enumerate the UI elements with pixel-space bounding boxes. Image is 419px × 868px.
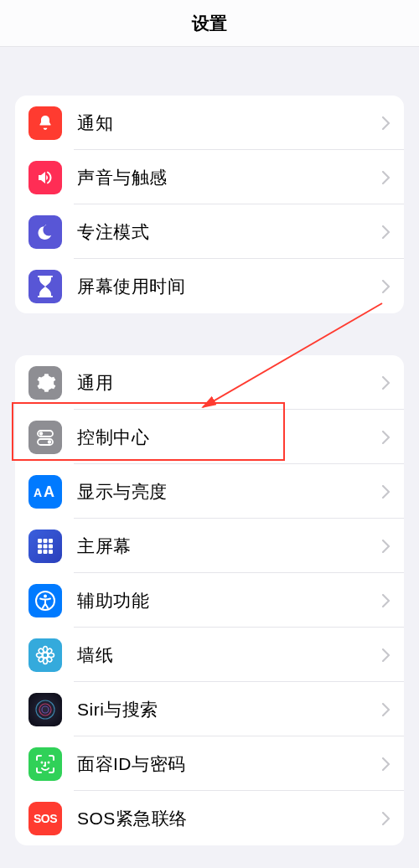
chevron-right-icon (382, 485, 391, 499)
page-title: 设置 (192, 12, 227, 35)
settings-content: 通知 声音与触感 专注模式 屏幕使用时间 (0, 96, 419, 845)
accessibility-icon (28, 584, 62, 617)
row-display[interactable]: AA 显示与亮度 (15, 464, 404, 519)
row-label: 辅助功能 (77, 589, 382, 612)
svg-point-3 (48, 440, 51, 443)
row-label: 面容ID与密码 (77, 752, 382, 776)
row-label: Siri与搜索 (77, 698, 382, 721)
row-faceid[interactable]: 面容ID与密码 (15, 736, 404, 791)
row-notifications[interactable]: 通知 (15, 96, 404, 150)
toggles-icon (28, 421, 62, 454)
row-sos[interactable]: SOS SOS紧急联络 (15, 791, 404, 845)
row-label: 通知 (77, 111, 382, 135)
row-label: 专注模式 (77, 220, 382, 244)
header: 设置 (0, 0, 419, 47)
svg-rect-8 (49, 539, 53, 543)
chevron-right-icon (382, 648, 391, 662)
chevron-right-icon (382, 540, 391, 553)
row-general[interactable]: 通用 (15, 355, 404, 410)
row-label: 声音与触感 (77, 166, 382, 189)
svg-rect-6 (38, 539, 42, 543)
svg-rect-14 (49, 550, 53, 554)
chevron-right-icon (382, 116, 391, 130)
svg-point-26 (36, 700, 54, 719)
row-controlcenter[interactable]: 控制中心 (15, 410, 404, 464)
chevron-right-icon (382, 703, 391, 716)
faceid-icon (28, 747, 62, 781)
sos-icon: SOS (28, 802, 62, 835)
row-label: SOS紧急联络 (77, 807, 382, 830)
row-sounds[interactable]: 声音与触感 (15, 150, 404, 204)
row-label: 主屏幕 (77, 535, 382, 558)
row-accessibility[interactable]: 辅助功能 (15, 573, 404, 628)
chevron-right-icon (382, 431, 391, 444)
svg-text:A: A (34, 486, 42, 499)
svg-point-17 (43, 653, 48, 658)
row-label: 显示与亮度 (77, 480, 382, 504)
row-label: 通用 (77, 371, 382, 395)
svg-rect-11 (49, 544, 53, 548)
hourglass-icon (28, 270, 62, 303)
flower-icon (28, 638, 62, 672)
svg-rect-7 (44, 539, 48, 543)
chevron-right-icon (382, 225, 391, 239)
row-wallpaper[interactable]: 墙纸 (15, 628, 404, 682)
svg-rect-9 (38, 544, 42, 548)
chevron-right-icon (382, 812, 391, 825)
svg-rect-13 (44, 550, 48, 554)
svg-point-16 (44, 594, 47, 597)
bell-icon (28, 106, 62, 140)
app-grid-icon (28, 530, 62, 563)
chevron-right-icon (382, 171, 391, 184)
svg-rect-12 (38, 550, 42, 554)
row-screentime[interactable]: 屏幕使用时间 (15, 259, 404, 313)
speaker-icon (28, 161, 62, 194)
siri-icon (28, 693, 62, 726)
textsize-icon: AA (28, 475, 62, 509)
svg-text:A: A (44, 483, 54, 500)
svg-point-28 (42, 706, 49, 713)
svg-point-1 (39, 431, 43, 435)
svg-rect-10 (44, 544, 48, 548)
row-label: 屏幕使用时间 (77, 275, 382, 298)
svg-point-27 (39, 704, 51, 716)
row-label: 墙纸 (77, 643, 382, 667)
chevron-right-icon (382, 757, 391, 771)
chevron-right-icon (382, 376, 391, 390)
row-label: 控制中心 (77, 426, 382, 449)
settings-group-2: 通用 控制中心 AA 显示与亮度 主屏幕 (15, 355, 404, 845)
svg-point-29 (42, 762, 43, 762)
row-homescreen[interactable]: 主屏幕 (15, 519, 404, 573)
row-siri[interactable]: Siri与搜索 (15, 682, 404, 736)
chevron-right-icon (382, 280, 391, 293)
chevron-right-icon (382, 594, 391, 607)
moon-icon (28, 215, 62, 249)
settings-group-1: 通知 声音与触感 专注模式 屏幕使用时间 (15, 96, 404, 313)
svg-point-30 (49, 762, 49, 762)
gear-icon (28, 366, 62, 400)
row-focus[interactable]: 专注模式 (15, 204, 404, 259)
